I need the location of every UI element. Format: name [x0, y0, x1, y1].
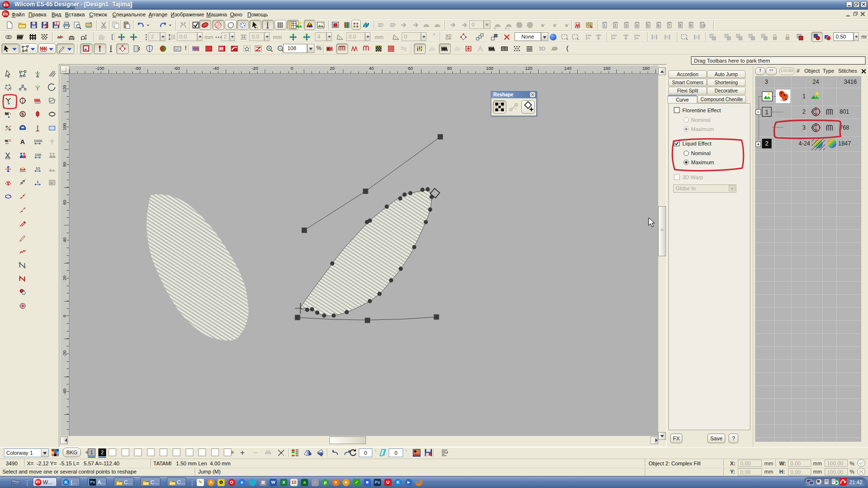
- svg-text:A: A: [20, 138, 25, 145]
- svg-text:3D: 3D: [539, 46, 545, 52]
- svg-text:1000: 1000: [34, 139, 42, 143]
- svg-text:100: 100: [35, 153, 41, 157]
- svg-text:10: 10: [36, 166, 40, 171]
- svg-text:1: 1: [37, 180, 39, 184]
- svg-text:D: D: [21, 112, 24, 117]
